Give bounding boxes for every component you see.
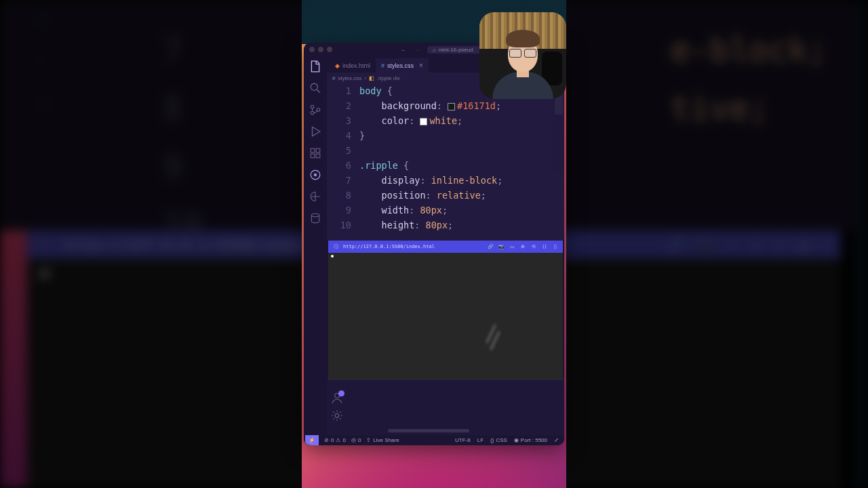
svg-rect-5: [316, 148, 320, 152]
refresh-icon[interactable]: ⟲: [530, 243, 537, 250]
notification-badge: [338, 390, 344, 396]
language-indicator[interactable]: {}CSS: [490, 437, 507, 443]
browser-viewport[interactable]: [328, 253, 563, 380]
ports-indicator[interactable]: ◎0: [351, 437, 361, 443]
broadcast-icon: ◉: [514, 437, 519, 443]
warning-icon: ⚠: [336, 437, 340, 443]
svg-rect-6: [311, 154, 315, 158]
breadcrumb-file: styles.css: [338, 75, 361, 81]
error-icon: ⊘: [324, 437, 329, 443]
nav-forward-icon[interactable]: →: [414, 46, 420, 54]
code-content[interactable]: body { background: #16171d; color: white…: [359, 83, 564, 240]
svg-point-10: [311, 214, 319, 217]
activity-bar: [304, 56, 327, 435]
webcam-overlay: [479, 12, 566, 99]
minimize-icon[interactable]: [318, 47, 323, 52]
svg-point-3: [317, 108, 320, 112]
close-icon[interactable]: ×: [419, 62, 423, 69]
traffic-lights[interactable]: [309, 47, 332, 52]
svg-rect-7: [316, 154, 320, 158]
foreground-window: ← → ⌕ mini-16-pseud: [302, 0, 566, 488]
camera-icon[interactable]: 📷: [498, 243, 505, 250]
bell-icon[interactable]: ⤢: [554, 437, 559, 443]
files-icon[interactable]: [309, 60, 321, 73]
search-text: mini-16-pseud: [439, 47, 473, 53]
maximize-icon[interactable]: [327, 47, 332, 52]
remote-indicator[interactable]: ⚡: [305, 435, 319, 445]
css-file-icon: #: [332, 75, 335, 81]
remote-icon[interactable]: [309, 190, 321, 203]
git-icon[interactable]: [309, 104, 321, 116]
extensions-icon[interactable]: [309, 147, 321, 159]
devices-icon[interactable]: ▭: [509, 243, 515, 250]
panel-icon[interactable]: ▯: [552, 243, 559, 250]
status-bar: ⚡ ⊘0 ⚠0 ◎0 ⇪Live Share UTF-8 LF {}CSS ◉P…: [304, 435, 564, 445]
browser-toolbar: ⓘ http://127.0.0.1:5500/index.html 🔗 📷 ▭…: [328, 241, 563, 253]
live-share-icon: ⇪: [366, 437, 371, 443]
radio-icon: ◎: [351, 437, 356, 443]
problems-indicator[interactable]: ⊘0 ⚠0: [324, 437, 346, 443]
browser-preview: ⓘ http://127.0.0.1:5500/index.html 🔗 📷 ▭…: [328, 240, 563, 380]
css-file-icon: #: [381, 62, 384, 69]
inspect-icon[interactable]: ⟨⟩: [541, 243, 548, 250]
svg-point-12: [335, 413, 339, 418]
nav-back-icon[interactable]: ←: [400, 46, 407, 54]
tab-index-html[interactable]: ◆ index.html: [330, 59, 376, 73]
copilot-icon[interactable]: [309, 169, 321, 181]
braces-icon: {}: [490, 437, 494, 443]
debug-icon[interactable]: [309, 125, 321, 138]
search-icon: ⌕: [433, 47, 436, 53]
target-icon[interactable]: ⊕: [519, 243, 526, 250]
breadcrumb-path: .ripple div: [377, 75, 400, 81]
minimap[interactable]: [553, 83, 564, 240]
svg-point-1: [311, 105, 314, 108]
svg-point-9: [314, 174, 317, 177]
symbol-icon: ◧: [369, 75, 374, 81]
tab-label: styles.css: [387, 62, 414, 69]
encoding-indicator[interactable]: UTF-8: [455, 437, 471, 443]
gear-icon[interactable]: [331, 409, 343, 422]
bottom-panel: [327, 380, 564, 435]
browser-url[interactable]: http://127.0.0.1:5500/index.html: [343, 244, 483, 249]
line-numbers: 12345678910: [327, 83, 359, 240]
search-icon[interactable]: [309, 82, 321, 94]
close-icon[interactable]: [309, 47, 315, 52]
code-editor[interactable]: 12345678910 body { background: #16171d; …: [327, 83, 564, 240]
horizontal-scrollbar[interactable]: [388, 429, 469, 432]
database-icon[interactable]: [309, 212, 321, 224]
cursor-icon: [481, 327, 505, 352]
eol-indicator[interactable]: LF: [477, 437, 484, 443]
live-share-button[interactable]: ⇪Live Share: [366, 437, 399, 443]
tab-styles-css[interactable]: # styles.css ×: [376, 58, 429, 73]
link-icon[interactable]: 🔗: [487, 243, 494, 250]
live-server-indicator[interactable]: ◉Port : 5500: [514, 437, 547, 443]
ripple-element: [331, 255, 334, 258]
tab-label: index.html: [342, 62, 370, 69]
vscode-window: ← → ⌕ mini-16-pseud: [304, 43, 564, 445]
account-icon[interactable]: [331, 392, 343, 404]
svg-rect-4: [311, 148, 315, 152]
html-file-icon: ◆: [335, 62, 340, 69]
info-icon[interactable]: ⓘ: [332, 243, 339, 250]
svg-point-2: [311, 111, 314, 115]
person-avatar: [492, 39, 553, 99]
svg-point-0: [311, 83, 317, 90]
